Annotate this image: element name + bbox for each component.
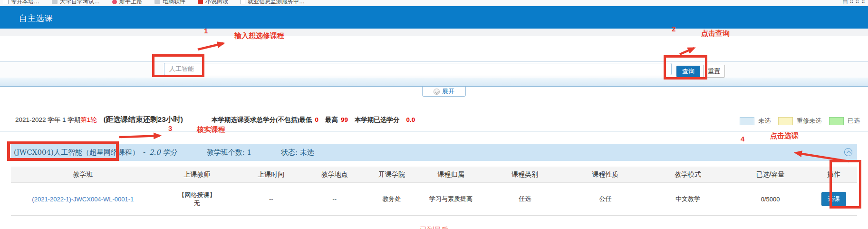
course-keyword-input[interactable] bbox=[164, 63, 672, 75]
course-category-cell: 任选 bbox=[485, 183, 565, 216]
step2-text: 点击查询 bbox=[701, 29, 730, 38]
course-title-separator: - bbox=[143, 148, 145, 157]
bookmark-label: 就业信息监测服务中… bbox=[248, 0, 305, 6]
col-header-category: 课程类别 bbox=[485, 167, 565, 183]
legend-label: 已选 bbox=[848, 117, 860, 125]
selected-credit-value: 0.0 bbox=[406, 116, 415, 123]
red-square-icon bbox=[198, 0, 203, 4]
step3-number: 3 bbox=[168, 124, 172, 132]
col-header-nature: 课程性质 bbox=[565, 167, 646, 183]
course-group-header[interactable]: (JWCX004)人工智能（超星网络课程） - 2.0 学分 教学班个数: 1 … bbox=[11, 144, 857, 161]
col-header-mode: 教学模式 bbox=[646, 167, 730, 183]
folder-icon bbox=[52, 0, 58, 4]
bookmark-item[interactable]: 小说阅读 bbox=[198, 0, 228, 6]
course-title: (JWCX004)人工智能（超星网络课程） bbox=[14, 148, 139, 157]
countdown-text: (距选课结束还剩23小时) bbox=[104, 115, 183, 125]
round-text: 第1轮 bbox=[80, 116, 97, 124]
location-cell: -- bbox=[303, 183, 366, 216]
credit-max-value: 99 bbox=[341, 116, 348, 123]
bookmarks-overflow-icons[interactable]: ▤ ⠿ ⠿ ⠿ bbox=[842, 0, 865, 5]
course-nature-cell: 公任 bbox=[565, 183, 646, 216]
teaching-mode-cell: 中文教学 bbox=[646, 183, 730, 216]
arrow-step1 bbox=[198, 43, 223, 50]
college-cell: 教务处 bbox=[366, 183, 417, 216]
step1-text: 输入想选修课程 bbox=[234, 31, 284, 40]
folder-icon bbox=[154, 0, 160, 4]
expand-label: 展开 bbox=[442, 87, 454, 96]
red-dot-icon bbox=[112, 0, 117, 4]
bookmark-label: 新手上路 bbox=[119, 0, 142, 6]
class-name-cell: (2021-2022-1)-JWCX004-WL-0001-1 bbox=[11, 183, 155, 216]
table-row: (2021-2022-1)-JWCX004-WL-0001-1 【网络授课】 无… bbox=[11, 183, 857, 216]
bookmark-item[interactable]: 大学自学考试… bbox=[52, 0, 100, 6]
teaching-class-link[interactable]: (2021-2022-1)-JWCX004-WL-0001-1 bbox=[32, 196, 134, 203]
teacher-cell: 【网络授课】 无 bbox=[155, 183, 240, 216]
legend-label: 重修未选 bbox=[797, 117, 821, 125]
col-header-action: 操作 bbox=[810, 167, 857, 183]
chevron-down-circle-icon bbox=[434, 89, 440, 95]
bookmark-label: 电脑软件 bbox=[163, 0, 185, 6]
teacher-name: 无 bbox=[155, 199, 240, 207]
bookmark-label: 小说阅读 bbox=[205, 0, 228, 6]
browser-bookmarks-bar: 专升本培… 大学自学考试… 新手上路 电脑软件 小说阅读 就业信息监测服务中… … bbox=[0, 0, 868, 6]
bookmark-item[interactable]: 就业信息监测服务中… bbox=[241, 0, 305, 6]
teacher-tag: 【网络授课】 bbox=[155, 191, 240, 199]
arrow-step3 bbox=[119, 136, 160, 137]
class-time-cell: -- bbox=[240, 183, 303, 216]
legend-item-unselected: 未选 bbox=[740, 117, 771, 125]
bookmark-item[interactable]: 新手上路 bbox=[112, 0, 142, 6]
legend-label: 未选 bbox=[758, 117, 771, 125]
course-status: 状态: 未选 bbox=[281, 148, 314, 157]
credit-req-label: 本学期选课要求总学分(不包括)最低 bbox=[212, 116, 312, 124]
step2-number: 2 bbox=[672, 25, 675, 33]
step4-text: 点击选课 bbox=[770, 131, 799, 140]
legend-item-selected: 已选 bbox=[829, 117, 860, 125]
col-header-college: 开课学院 bbox=[366, 167, 417, 183]
teaching-class-table: 教学班 上课教师 上课时间 教学地点 开课学院 课程归属 课程类别 课程性质 教… bbox=[11, 167, 857, 216]
bookmark-label: 大学自学考试… bbox=[60, 0, 100, 6]
chevron-up-circle-icon[interactable] bbox=[844, 148, 852, 156]
status-legend: 未选 重修未选 已选 bbox=[740, 117, 860, 125]
selected-swatch bbox=[829, 117, 844, 125]
col-header-class: 教学班 bbox=[11, 167, 155, 183]
bookmark-item[interactable]: 电脑软件 bbox=[154, 0, 185, 6]
header-sub-strip bbox=[0, 29, 868, 36]
unselected-swatch bbox=[740, 117, 754, 125]
course-belong-cell: 学习与素质提高 bbox=[417, 183, 484, 216]
legend-item-retake: 重修未选 bbox=[778, 117, 821, 125]
end-of-list-text: 已到最后 bbox=[0, 226, 868, 229]
credit-max-label: 最高 bbox=[325, 116, 338, 124]
app-header: 自主选课 bbox=[0, 6, 868, 29]
step4-number: 4 bbox=[741, 135, 744, 143]
select-course-button[interactable]: 选课 bbox=[821, 192, 846, 206]
page-icon bbox=[241, 0, 245, 4]
section-divider bbox=[0, 131, 868, 132]
col-header-belong: 课程归属 bbox=[417, 167, 484, 183]
retake-swatch bbox=[778, 117, 793, 125]
expand-filters-toggle[interactable]: 展开 bbox=[422, 87, 466, 97]
bookmark-label: 专升本培… bbox=[11, 0, 39, 6]
action-cell: 选课 bbox=[810, 183, 857, 216]
col-header-place: 教学地点 bbox=[303, 167, 366, 183]
arrow-step2 bbox=[680, 48, 694, 54]
reset-button[interactable]: 重置 bbox=[703, 65, 725, 78]
step3-text: 核实课程 bbox=[197, 125, 225, 134]
semester-text: 2021-2022 学年 1 学期 bbox=[15, 116, 80, 124]
semester-info-bar: 2021-2022 学年 1 学期第1轮 (距选课结束还剩23小时) 本学期选课… bbox=[15, 115, 415, 125]
course-selection-page: 专升本培… 大学自学考试… 新手上路 电脑软件 小说阅读 就业信息监测服务中… … bbox=[0, 0, 868, 229]
page-title: 自主选课 bbox=[19, 13, 53, 24]
col-header-capacity: 已选/容量 bbox=[730, 167, 810, 183]
bookmark-item[interactable]: 专升本培… bbox=[4, 0, 39, 6]
capacity-cell: 0/5000 bbox=[730, 183, 810, 216]
col-header-time: 上课时间 bbox=[240, 167, 303, 183]
page-icon bbox=[4, 0, 9, 4]
table-header-row: 教学班 上课教师 上课时间 教学地点 开课学院 课程归属 课程类别 课程性质 教… bbox=[11, 167, 857, 183]
col-header-teacher: 上课教师 bbox=[155, 167, 240, 183]
step1-number: 1 bbox=[204, 27, 208, 35]
selected-credit-label: 本学期已选学分 bbox=[355, 116, 400, 124]
course-credits: 2.0 学分 bbox=[149, 148, 177, 157]
credit-min-value: 0 bbox=[315, 116, 318, 123]
query-button[interactable]: 查询 bbox=[676, 66, 700, 77]
class-count: 教学班个数: 1 bbox=[207, 148, 251, 157]
table-bottom-border bbox=[11, 215, 857, 216]
